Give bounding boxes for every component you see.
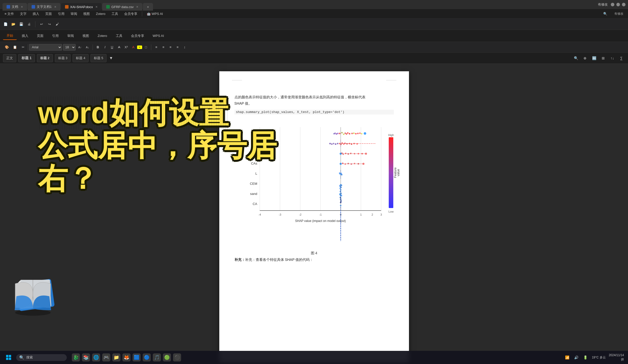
cut-btn[interactable]: ✂ xyxy=(20,44,26,51)
highlight-btn[interactable]: A xyxy=(137,46,142,49)
minimize-button[interactable] xyxy=(611,3,614,6)
menu-file[interactable]: ≡ 文件 xyxy=(2,11,16,17)
increase-font-btn[interactable]: A↑ xyxy=(77,44,83,51)
battery-icon[interactable]: 🔋 xyxy=(582,354,589,361)
tab-group: 文档 ✕ 文字文档1 ✕ XAI-SHAP.docx ✕ GFRP data.c… xyxy=(3,0,154,9)
tab-close3[interactable]: ✕ xyxy=(95,5,98,9)
align-right-btn[interactable]: ≡ xyxy=(167,44,174,51)
style-preset-normal[interactable]: 正文 xyxy=(3,54,16,62)
save-button[interactable]: 💾 xyxy=(18,21,25,28)
svg-point-35 xyxy=(333,133,335,134)
style-preset-h4[interactable]: 标题 4 xyxy=(73,54,89,62)
ribbon-tab-view[interactable]: 视图 xyxy=(79,32,93,40)
doc-area[interactable]: 点的颜色表示特征值的大小，通常使用渐变颜色表示从低到高的特征值，横坐标代表SHA… xyxy=(0,64,628,364)
tab-close[interactable]: ✕ xyxy=(21,5,23,9)
menu-insert[interactable]: 插入 xyxy=(30,11,42,17)
ribbon-tab-review[interactable]: 审阅 xyxy=(64,32,77,40)
feature-l: L xyxy=(255,172,257,175)
menu-page[interactable]: 页面 xyxy=(43,11,54,17)
taskbar-icon-1[interactable]: 🐉 xyxy=(72,353,80,361)
menu-tools[interactable]: 工具 xyxy=(109,11,121,17)
font-color-btn[interactable]: A xyxy=(130,44,137,51)
redo-button[interactable]: ↪ xyxy=(46,21,53,28)
taskbar-search[interactable]: 🔍 搜索 xyxy=(16,354,67,361)
tab-gfrp[interactable]: GFRP data.csv ✕ xyxy=(102,3,142,11)
sort-icon[interactable]: ↑↓ xyxy=(609,55,616,62)
print-button[interactable]: 🖨 xyxy=(26,21,33,28)
taskbar-icon-8[interactable]: 🔵 xyxy=(143,353,151,361)
tab-close4[interactable]: ✕ xyxy=(136,5,138,9)
font-size-select[interactable]: 18 xyxy=(63,44,76,51)
start-button[interactable] xyxy=(4,353,13,362)
menu-ref[interactable]: 引用 xyxy=(55,11,67,17)
format-bar: 🎨 📋 ✂ Arial 18 A↑ A↓ B I U A X² A A □ ≡ … xyxy=(0,42,628,53)
search-replace-icon[interactable]: 🔍 xyxy=(572,55,579,62)
taskbar-icon-11[interactable]: ⚫ xyxy=(173,353,181,361)
close-button[interactable] xyxy=(622,3,625,6)
ribbon-tab-tools[interactable]: 工具 xyxy=(112,32,126,40)
style-preset-h5[interactable]: 标题 5 xyxy=(91,54,106,62)
decrease-font-btn[interactable]: A↓ xyxy=(84,44,91,51)
open-button[interactable]: 📂 xyxy=(10,21,17,28)
ribbon-tab-insert[interactable]: 插入 xyxy=(18,32,32,40)
style-preset-h1[interactable]: 标题 1 xyxy=(18,54,35,62)
ribbon-tab-start[interactable]: 开始 xyxy=(3,32,17,40)
tab-wendang[interactable]: 文档 ✕ xyxy=(3,3,27,11)
taskbar-icon-9[interactable]: 🎵 xyxy=(153,353,161,361)
underline-btn[interactable]: U xyxy=(109,44,115,51)
menu-zotero[interactable]: Zotero xyxy=(93,11,108,17)
style-btn[interactable]: 🎨 xyxy=(4,44,10,51)
taskbar-icon-4[interactable]: 🎮 xyxy=(102,353,110,361)
formula-icon[interactable]: ∑ xyxy=(618,55,625,62)
add-tab-btn[interactable]: + xyxy=(143,3,153,11)
italic-btn[interactable]: I xyxy=(102,44,108,51)
maximize-button[interactable] xyxy=(616,3,620,6)
ribbon-tab-ref[interactable]: 引用 xyxy=(49,32,62,40)
menu-review[interactable]: 审阅 xyxy=(68,11,80,17)
menu-wpsai[interactable]: 🤖 WPS AI xyxy=(144,11,165,17)
tab-close2[interactable]: ✕ xyxy=(54,5,56,9)
paste-btn[interactable]: 📋 xyxy=(12,44,18,51)
align-center-btn[interactable]: ≡ xyxy=(160,44,167,51)
style-preset-h2[interactable]: 标题 2 xyxy=(37,54,53,62)
paiban-icon[interactable]: ⊞ xyxy=(600,55,607,62)
superscript-btn[interactable]: X² xyxy=(123,44,129,51)
taskbar-icon-3[interactable]: 🌐 xyxy=(92,353,100,361)
tab-xai-shap[interactable]: XAI-SHAP.docx ✕ xyxy=(61,3,102,11)
taskbar-icon-2[interactable]: 📚 xyxy=(82,353,90,361)
taskbar-icon-10[interactable]: 🟢 xyxy=(163,353,171,361)
search-icon[interactable]: 🔍 xyxy=(601,11,610,17)
tab-wenzi[interactable]: 文字文档1 ✕ xyxy=(28,3,60,11)
svg-text:Low: Low xyxy=(388,210,393,213)
taskbar-icon-6[interactable]: 🦊 xyxy=(122,353,131,361)
svg-point-60 xyxy=(350,153,352,154)
strikethrough-btn[interactable]: A xyxy=(116,44,122,51)
volume-icon[interactable]: 🔊 xyxy=(573,354,580,361)
cloud-icon: 有修改 xyxy=(612,11,626,17)
menu-view[interactable]: 视图 xyxy=(81,11,92,17)
ribbon-tab-page[interactable]: 页面 xyxy=(33,32,47,40)
menu-member[interactable]: 会员专享 xyxy=(122,11,140,17)
ribbon-tab-wpsai[interactable]: WPS AI xyxy=(149,32,168,39)
select-icon[interactable]: ⊕ xyxy=(581,55,589,62)
network-icon[interactable]: 📶 xyxy=(564,354,571,361)
line-spacing-btn[interactable]: ↕ xyxy=(181,44,188,51)
font-family-select[interactable]: Arial xyxy=(29,44,62,51)
align-left-btn[interactable]: ≡ xyxy=(153,44,160,51)
taskbar-icon-5[interactable]: 📁 xyxy=(112,353,120,361)
style-preset-h3[interactable]: 标题 3 xyxy=(55,54,71,62)
menu-text[interactable]: 文字 xyxy=(17,11,29,17)
undo-button[interactable]: ↩ xyxy=(38,21,45,28)
format-painter-button[interactable]: 🖌 xyxy=(54,21,61,28)
taskbar-icon-7[interactable]: 🟦 xyxy=(133,353,141,361)
style-bar: 正文 标题 1 标题 2 标题 3 标题 4 标题 5 ▼ 🔍 ⊕ 🔤 ⊞ ↑↓… xyxy=(0,53,628,64)
ribbon-tab-zotero[interactable]: Zotero xyxy=(94,32,111,39)
ribbon-tab-member[interactable]: 会员专享 xyxy=(127,32,148,40)
book-icon xyxy=(10,271,56,316)
style-preset-more[interactable]: ▼ xyxy=(109,56,114,60)
bold-btn[interactable]: B xyxy=(95,44,101,51)
border-btn[interactable]: □ xyxy=(143,44,149,51)
format-icon[interactable]: 🔤 xyxy=(591,55,598,62)
align-justify-btn[interactable]: ≡ xyxy=(174,44,181,51)
new-doc-button[interactable]: 📄 xyxy=(2,21,9,28)
